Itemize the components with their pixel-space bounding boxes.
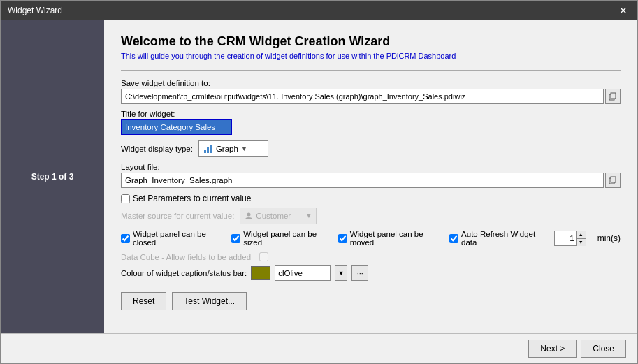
sidebar: Step 1 of 3 (1, 20, 104, 333)
save-definition-label: Save widget definition to: (121, 79, 621, 87)
window-close-button[interactable]: ✕ (616, 5, 630, 16)
colour-label: Colour of widget caption/status bar: (121, 269, 247, 277)
copy-icon (609, 92, 617, 101)
colour-name: clOlive (278, 269, 303, 277)
display-type-dropdown[interactable]: Graph ▼ (198, 140, 268, 157)
save-definition-row: Save widget definition to: (121, 79, 621, 104)
data-cube-row: Data Cube - Allow fields to be added (121, 252, 621, 261)
colour-dropdown[interactable]: clOlive (275, 265, 331, 281)
graph-icon (203, 144, 213, 154)
layout-file-row: Layout file: (121, 163, 621, 188)
next-button[interactable]: Next > (528, 340, 577, 358)
svg-rect-2 (204, 150, 206, 153)
main-content: Welcome to the CRM Widget Creation Wizar… (104, 20, 637, 333)
svg-rect-4 (210, 145, 212, 153)
window-title: Widget Wizard (8, 6, 62, 15)
refresh-interval-spinner: ▲ ▼ (554, 231, 586, 246)
action-buttons: Reset Test Widget... (121, 292, 621, 310)
svg-rect-1 (611, 93, 616, 99)
colour-more-button[interactable]: ··· (351, 265, 368, 281)
refresh-interval-input[interactable] (555, 231, 576, 245)
data-cube-label: Data Cube - Allow fields to be added (121, 253, 251, 261)
master-source-dropdown: Customer ▼ (240, 208, 317, 224)
test-widget-button[interactable]: Test Widget... (172, 292, 247, 310)
widget-wizard-window: Widget Wizard ✕ Step 1 of 3 Welcome to t… (0, 0, 638, 364)
spinner-up-button[interactable]: ▲ (576, 231, 586, 239)
panel-options-row: Widget panel can be closed Widget panel … (121, 230, 621, 247)
can-be-moved-checkbox[interactable] (338, 234, 347, 243)
save-definition-copy-button[interactable] (605, 89, 621, 104)
close-button[interactable]: Close (581, 340, 626, 358)
title-bar: Widget Wizard ✕ (1, 1, 637, 20)
can-be-closed-item: Widget panel can be closed (121, 230, 220, 247)
colour-row: Colour of widget caption/status bar: clO… (121, 265, 621, 281)
can-be-sized-checkbox[interactable] (231, 234, 240, 243)
layout-file-input[interactable] (121, 173, 604, 188)
auto-refresh-label: Auto Refresh Widget data (461, 230, 543, 247)
spinner-buttons: ▲ ▼ (576, 231, 586, 246)
set-parameters-checkbox[interactable] (121, 194, 130, 203)
set-parameters-label: Set Parameters to current value (133, 194, 251, 203)
page-subtitle: This will guide you through the creation… (121, 52, 621, 60)
layout-file-copy-button[interactable] (605, 173, 621, 188)
master-source-value: Customer (256, 212, 291, 220)
copy-icon-2 (609, 176, 617, 184)
auto-refresh-checkbox[interactable] (449, 234, 458, 243)
display-type-label: Widget display type: (121, 145, 193, 153)
svg-rect-6 (611, 177, 616, 182)
master-source-row: Master source for current value: Custome… (121, 208, 621, 224)
reset-button[interactable]: Reset (121, 292, 166, 310)
page-title: Welcome to the CRM Widget Creation Wizar… (121, 34, 621, 49)
layout-file-input-group (121, 173, 621, 188)
master-source-label: Master source for current value: (121, 212, 234, 220)
colour-select-arrow-button[interactable]: ▼ (335, 265, 347, 281)
widget-title-row: Title for widget: (121, 110, 621, 135)
display-type-value: Graph (216, 145, 238, 153)
save-definition-input[interactable] (121, 89, 604, 104)
display-type-arrow: ▼ (241, 145, 247, 152)
layout-file-label: Layout file: (121, 163, 621, 171)
master-source-arrow: ▼ (305, 212, 312, 219)
svg-rect-3 (207, 147, 209, 153)
can-be-closed-checkbox[interactable] (121, 234, 130, 243)
can-be-moved-item: Widget panel can be moved (338, 230, 438, 247)
divider (121, 70, 621, 71)
spinner-down-button[interactable]: ▼ (576, 239, 586, 247)
can-be-sized-item: Widget panel can be sized (231, 230, 326, 247)
save-definition-input-group (121, 89, 621, 104)
auto-refresh-item: Auto Refresh Widget data (449, 230, 543, 247)
data-cube-checkbox[interactable] (259, 252, 268, 261)
display-type-row: Widget display type: Graph ▼ (121, 140, 621, 157)
sidebar-step-label: Step 1 of 3 (31, 172, 74, 182)
window-body: Step 1 of 3 Welcome to the CRM Widget Cr… (1, 20, 637, 333)
colour-swatch (251, 266, 270, 280)
can-be-moved-label: Widget panel can be moved (350, 230, 438, 247)
widget-title-input[interactable] (121, 119, 232, 135)
can-be-closed-label: Widget panel can be closed (133, 230, 220, 247)
refresh-unit-label: min(s) (597, 233, 621, 243)
can-be-sized-label: Widget panel can be sized (243, 230, 326, 247)
set-parameters-row: Set Parameters to current value (121, 194, 621, 203)
widget-title-label: Title for widget: (121, 110, 621, 118)
svg-point-7 (247, 213, 251, 217)
user-icon (245, 212, 253, 220)
footer-buttons: Next > Close (1, 333, 637, 363)
